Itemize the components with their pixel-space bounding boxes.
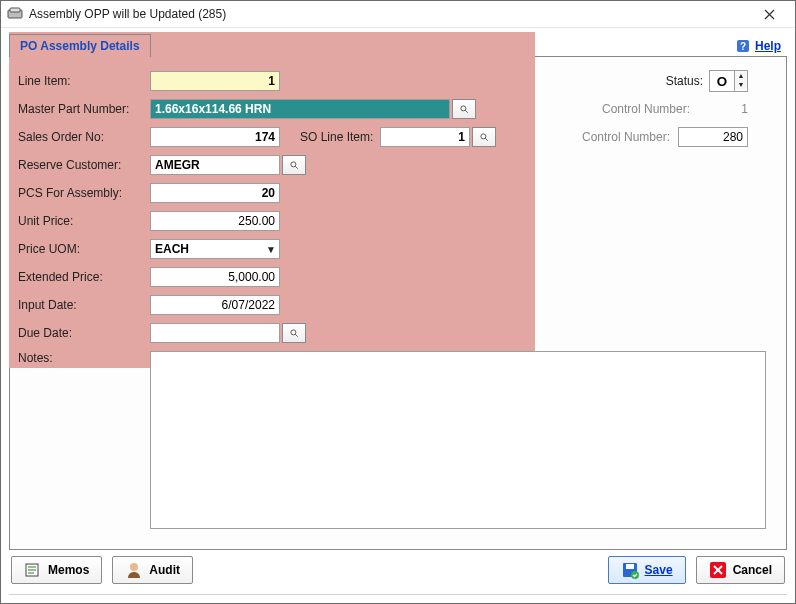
due-date-label: Due Date: <box>18 326 150 340</box>
titlebar: Assembly OPP will be Updated (285) <box>1 1 795 28</box>
memo-icon <box>24 561 42 579</box>
memos-button[interactable]: Memos <box>11 556 102 584</box>
sales-order-field[interactable] <box>150 127 280 147</box>
so-line-item-field[interactable] <box>380 127 470 147</box>
unit-price-label: Unit Price: <box>18 214 150 228</box>
assembly-opp-window: Assembly OPP will be Updated (285) PO As… <box>0 0 796 604</box>
save-icon <box>621 561 639 579</box>
svg-line-7 <box>465 110 468 113</box>
control-number-1-label: Control Number: <box>580 102 690 116</box>
magnify-icon <box>479 130 489 144</box>
help-link[interactable]: ? Help <box>729 36 787 56</box>
status-value[interactable] <box>710 71 734 91</box>
input-date-label: Input Date: <box>18 298 150 312</box>
price-uom-label: Price UOM: <box>18 242 150 256</box>
status-label: Status: <box>666 74 703 88</box>
price-uom-dropdown[interactable]: ▼ <box>150 239 280 259</box>
so-line-item-lookup-button[interactable] <box>472 127 496 147</box>
audit-button[interactable]: Audit <box>112 556 193 584</box>
close-button[interactable] <box>749 2 789 26</box>
svg-text:?: ? <box>740 41 746 52</box>
status-up-icon[interactable]: ▲ <box>735 71 747 80</box>
pcs-for-assembly-label: PCS For Assembly: <box>18 186 150 200</box>
svg-line-11 <box>295 166 298 169</box>
svg-line-9 <box>485 138 488 141</box>
cancel-button[interactable]: Cancel <box>696 556 785 584</box>
svg-point-10 <box>291 162 296 167</box>
svg-rect-20 <box>626 564 634 569</box>
footer-bar: Memos Audit Save Cancel <box>1 550 795 594</box>
svg-point-8 <box>481 134 486 139</box>
svg-rect-1 <box>10 8 20 12</box>
help-label: Help <box>755 39 781 53</box>
extended-price-field[interactable] <box>150 267 280 287</box>
cancel-icon <box>709 561 727 579</box>
window-title: Assembly OPP will be Updated (285) <box>29 7 749 21</box>
master-part-label: Master Part Number: <box>18 102 150 116</box>
audit-icon <box>125 561 143 579</box>
form-panel: Line Item: Status: ▲ ▼ Master Part Numbe… <box>9 56 787 550</box>
notes-label: Notes: <box>18 351 150 365</box>
svg-point-12 <box>291 330 296 335</box>
reserve-customer-lookup-button[interactable] <box>282 155 306 175</box>
magnify-icon <box>459 102 469 116</box>
status-down-icon[interactable]: ▼ <box>735 80 747 89</box>
reserve-customer-label: Reserve Customer: <box>18 158 150 172</box>
audit-label: Audit <box>149 563 180 577</box>
line-item-field[interactable] <box>150 71 280 91</box>
control-number-1-value: 1 <box>698 102 748 116</box>
svg-point-6 <box>461 106 466 111</box>
svg-point-21 <box>631 571 639 579</box>
cancel-label: Cancel <box>733 563 772 577</box>
control-number-2-label: Control Number: <box>560 130 670 144</box>
tab-po-assembly-details[interactable]: PO Assembly Details <box>9 34 151 57</box>
help-icon: ? <box>735 38 751 54</box>
app-icon <box>7 6 23 22</box>
price-uom-field[interactable] <box>150 239 280 259</box>
master-part-lookup-button[interactable] <box>452 99 476 119</box>
svg-line-13 <box>295 334 298 337</box>
save-label: Save <box>645 563 673 577</box>
input-date-field[interactable] <box>150 295 280 315</box>
control-number-2-field[interactable] <box>678 127 748 147</box>
close-icon <box>764 9 775 20</box>
save-button[interactable]: Save <box>608 556 686 584</box>
pcs-for-assembly-field[interactable] <box>150 183 280 203</box>
due-date-lookup-button[interactable] <box>282 323 306 343</box>
master-part-field[interactable] <box>150 99 450 119</box>
memos-label: Memos <box>48 563 89 577</box>
svg-point-18 <box>130 563 138 571</box>
sales-order-label: Sales Order No: <box>18 130 150 144</box>
magnify-icon <box>289 158 299 172</box>
magnify-icon <box>289 326 299 340</box>
due-date-field[interactable] <box>150 323 280 343</box>
reserve-customer-field[interactable] <box>150 155 280 175</box>
unit-price-field[interactable] <box>150 211 280 231</box>
notes-textarea[interactable] <box>150 351 766 529</box>
status-spinner[interactable]: ▲ ▼ <box>709 70 748 92</box>
so-line-item-label: SO Line Item: <box>300 130 380 144</box>
extended-price-label: Extended Price: <box>18 270 150 284</box>
status-bar <box>9 594 787 601</box>
line-item-label: Line Item: <box>18 74 150 88</box>
